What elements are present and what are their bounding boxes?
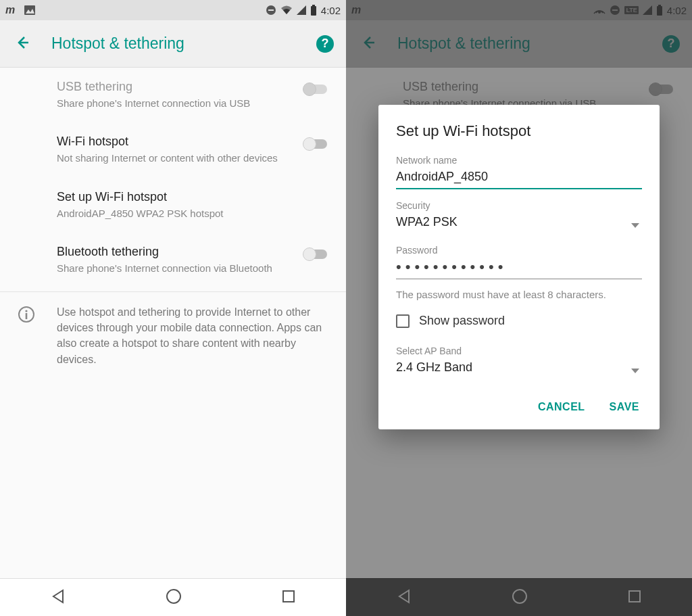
toggle-bluetooth[interactable] (303, 247, 328, 261)
svg-marker-5 (297, 5, 306, 15)
wifi-icon (280, 5, 293, 15)
row-subtitle: Not sharing Internet or content with oth… (57, 151, 330, 165)
password-hint: The password must have at least 8 charac… (396, 289, 642, 300)
status-bar: m 4:02 (0, 0, 346, 20)
row-bluetooth-tethering[interactable]: Bluetooth tethering Share phone's Intern… (0, 233, 346, 287)
svg-marker-26 (631, 223, 639, 228)
image-icon (24, 5, 35, 15)
info-icon (18, 306, 35, 326)
row-subtitle: AndroidAP_4850 WPA2 PSK hotspot (57, 207, 330, 220)
nav-back-icon[interactable] (49, 588, 67, 608)
row-title: Bluetooth tethering (57, 245, 330, 259)
svg-text:m: m (5, 5, 15, 16)
row-title: Set up Wi-Fi hotspot (57, 190, 330, 204)
svg-rect-6 (311, 6, 316, 16)
security-dropdown[interactable]: WPA2 PSK (396, 211, 642, 234)
info-row: Use hotspot and tethering to provide Int… (0, 292, 346, 379)
svg-rect-4 (268, 9, 274, 11)
info-text: Use hotspot and tethering to provide Int… (57, 304, 330, 367)
show-password-label: Show password (419, 314, 505, 328)
chevron-down-icon (631, 364, 639, 377)
svg-marker-12 (53, 590, 63, 602)
battery-icon (310, 5, 317, 16)
row-wifi-hotspot[interactable]: Wi-Fi hotspot Not sharing Internet or co… (0, 122, 346, 177)
svg-rect-7 (312, 5, 315, 6)
toggle-wifi-hotspot[interactable] (303, 137, 328, 151)
row-subtitle: Share phone's Internet connection via Bl… (57, 262, 330, 275)
cell-icon (297, 5, 306, 15)
svg-marker-27 (631, 369, 639, 373)
password-label: Password (396, 245, 642, 256)
cancel-button[interactable]: CANCEL (535, 396, 588, 419)
ap-band-value: 2.4 GHz Band (396, 360, 642, 375)
page-title: Hotspot & tethering (51, 34, 316, 53)
nav-recent-icon[interactable] (280, 588, 297, 607)
dialog-title: Set up Wi-Fi hotspot (396, 122, 642, 140)
ap-band-label: Select AP Band (396, 346, 642, 356)
svg-rect-14 (283, 591, 294, 602)
setup-hotspot-dialog: Set up Wi-Fi hotspot Network name Securi… (378, 105, 660, 429)
settings-list: USB tethering Share phone's Internet con… (0, 68, 346, 578)
dnd-icon (266, 5, 276, 16)
network-name-label: Network name (396, 155, 642, 166)
save-button[interactable]: SAVE (607, 396, 642, 419)
row-subtitle: Share phone's Internet connection via US… (57, 97, 330, 110)
security-value: WPA2 PSK (396, 215, 642, 229)
nav-home-icon[interactable] (165, 588, 182, 608)
svg-point-10 (25, 310, 27, 312)
chevron-down-icon (631, 219, 639, 231)
back-icon[interactable] (15, 35, 30, 53)
status-clock: 4:02 (321, 5, 341, 16)
row-usb-tethering: USB tethering Share phone's Internet con… (0, 68, 346, 122)
show-password-row[interactable]: Show password (396, 314, 642, 328)
ap-band-dropdown[interactable]: 2.4 GHz Band (396, 356, 642, 379)
svg-point-13 (167, 590, 180, 603)
password-input[interactable] (396, 256, 642, 279)
row-setup-hotspot[interactable]: Set up Wi-Fi hotspot AndroidAP_4850 WPA2… (0, 178, 346, 233)
show-password-checkbox[interactable] (396, 314, 410, 328)
svg-rect-11 (26, 313, 28, 319)
nav-bar (0, 578, 346, 616)
help-icon[interactable]: ? (316, 35, 334, 53)
meetup-icon: m (5, 5, 19, 16)
row-title: Wi-Fi hotspot (57, 135, 330, 149)
toggle-usb (303, 82, 328, 96)
row-title: USB tethering (57, 80, 330, 94)
network-name-input[interactable] (396, 166, 642, 189)
app-bar: Hotspot & tethering ? (0, 20, 346, 68)
security-label: Security (396, 200, 642, 211)
